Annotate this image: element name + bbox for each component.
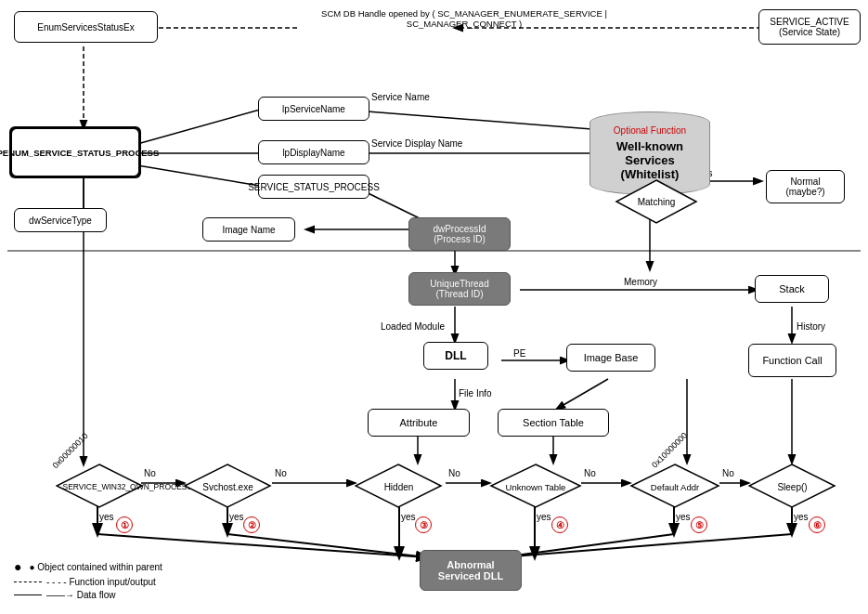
- function-call-node: Function Call: [748, 344, 836, 377]
- svg-text:yes: yes: [794, 512, 809, 522]
- badge-3: ③: [415, 516, 432, 533]
- service-active-node: SERVICE_ACTIVE (Service State): [758, 9, 861, 45]
- svg-text:History: History: [797, 321, 825, 332]
- image-base-node: Image Base: [566, 344, 655, 372]
- scm-handle-label: SCM DB Handle opened by ( SC_MANAGER_ENU…: [297, 9, 631, 28]
- svg-text:No: No: [448, 468, 460, 478]
- svg-text:PE: PE: [513, 348, 526, 359]
- badge-4: ④: [551, 516, 568, 533]
- d2-diamond-container: Svchost.exe: [184, 463, 272, 511]
- svg-line-4: [137, 110, 260, 144]
- dw-process-id-node: dwProcessId (Process ID): [408, 217, 511, 251]
- svg-text:yes: yes: [401, 512, 416, 522]
- svg-text:No: No: [144, 468, 156, 478]
- d4-diamond-container: Unknown Table: [489, 463, 582, 511]
- svg-line-35: [501, 534, 674, 557]
- d2-label: Svchost.exe: [191, 482, 266, 492]
- legend: ● ● Object contained within parent - - -…: [14, 559, 162, 603]
- lp-display-name-node: lpDisplayName: [258, 140, 369, 164]
- unique-thread-node: UniqueThread (Thread ID): [408, 272, 511, 306]
- d5-label: Default Addr: [638, 482, 712, 492]
- svg-text:yes: yes: [99, 512, 114, 522]
- badge-1: ①: [116, 516, 133, 533]
- d3-label: Hidden: [362, 482, 436, 492]
- badge-6: ⑥: [809, 516, 825, 533]
- svg-text:Loaded Module: Loaded Module: [381, 321, 445, 332]
- svg-line-7: [343, 110, 603, 130]
- dll-node: DLL: [423, 342, 488, 370]
- d4-label: Unknown Table: [497, 482, 576, 492]
- svg-line-29: [97, 534, 427, 557]
- stack-node: Stack: [755, 275, 829, 303]
- d1-diamond-container: SERVICE_WIN32_OWN_PROCESS: [56, 463, 144, 511]
- svg-text:yes: yes: [537, 512, 551, 522]
- svg-text:No: No: [275, 468, 287, 478]
- svg-text:Memory: Memory: [624, 277, 657, 287]
- normal-node: Normal (maybe?): [766, 170, 845, 203]
- dw-service-type-node: dwServiceType: [14, 208, 107, 232]
- svg-text:Service Name: Service Name: [371, 92, 430, 102]
- section-table-node: Section Table: [498, 409, 609, 437]
- badge-5: ⑤: [691, 516, 707, 533]
- diagram: Service Name Service Display Name yes No…: [0, 0, 868, 614]
- d5-diamond-container: Default Addr: [629, 463, 720, 511]
- lpenum-node: LPENUM_SERVICE_STATUS_PROCESS: [11, 128, 139, 176]
- d3-diamond-container: Hidden: [355, 463, 443, 511]
- optional-label: Optional Function: [614, 125, 686, 136]
- d6-label: Sleep(): [756, 482, 830, 492]
- svg-text:yes: yes: [229, 512, 244, 522]
- svg-text:File Info: File Info: [459, 388, 492, 398]
- svg-line-37: [501, 534, 792, 557]
- svg-text:No: No: [584, 468, 596, 478]
- d6-diamond-container: Sleep(): [748, 463, 836, 511]
- service-status-node: SERVICE_STATUS_PROCESS: [258, 175, 369, 199]
- svg-text:yes: yes: [676, 512, 691, 522]
- matching-diamond: Matching: [615, 178, 698, 225]
- abnormal-node: Abnormal Serviced DLL: [420, 550, 522, 591]
- badge-2: ②: [243, 516, 260, 533]
- svg-line-6: [137, 165, 260, 186]
- svg-line-31: [227, 534, 427, 557]
- image-name-node: Image Name: [202, 217, 295, 242]
- enum-services-node: EnumServicesStatusEx: [14, 11, 158, 43]
- attribute-node: Attribute: [368, 409, 470, 437]
- svg-text:No: No: [722, 468, 734, 478]
- svg-text:Service Display Name: Service Display Name: [371, 138, 463, 149]
- svg-line-22: [557, 379, 608, 409]
- d1-label: SERVICE_WIN32_OWN_PROCESS: [63, 482, 137, 491]
- lp-service-name-node: lpServiceName: [258, 97, 369, 121]
